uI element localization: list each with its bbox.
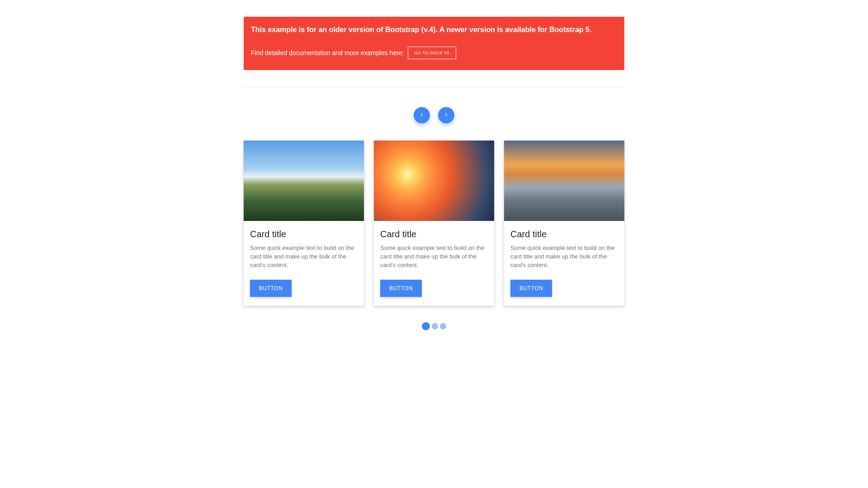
card-button[interactable]: BUTTON [380, 280, 422, 297]
carousel-indicator-3[interactable] [440, 323, 446, 329]
chevron-right-icon [443, 112, 449, 119]
card-button[interactable]: BUTTON [510, 280, 552, 297]
card-image [374, 141, 494, 221]
card-image [244, 141, 364, 221]
card-text: Some quick example text to build on the … [380, 244, 488, 270]
carousel-next-button[interactable] [438, 107, 454, 123]
alert-title: This example is for an older version of … [251, 26, 617, 34]
divider [244, 87, 624, 87]
card-title: Card title [250, 229, 358, 239]
carousel-indicator-2[interactable] [432, 323, 438, 329]
card: Card title Some quick example text to bu… [374, 141, 494, 306]
alert-text: Find detailed documentation and more exa… [251, 49, 404, 56]
card-text: Some quick example text to build on the … [510, 244, 618, 270]
carousel-indicator-1[interactable] [422, 322, 430, 330]
carousel-indicators [244, 322, 624, 330]
card-title: Card title [380, 229, 488, 239]
card-text: Some quick example text to build on the … [250, 244, 358, 270]
card: Card title Some quick example text to bu… [504, 141, 624, 306]
go-to-docs-button[interactable]: GO TO DOCS V5 [408, 47, 456, 59]
card-title: Card title [510, 229, 618, 239]
version-alert: This example is for an older version of … [244, 17, 624, 70]
carousel-controls [244, 107, 624, 123]
carousel-prev-button[interactable] [414, 107, 430, 123]
card: Card title Some quick example text to bu… [244, 141, 364, 306]
card-row: Card title Some quick example text to bu… [244, 141, 624, 306]
card-image [504, 141, 624, 221]
chevron-left-icon [419, 112, 425, 119]
card-button[interactable]: BUTTON [250, 280, 292, 297]
